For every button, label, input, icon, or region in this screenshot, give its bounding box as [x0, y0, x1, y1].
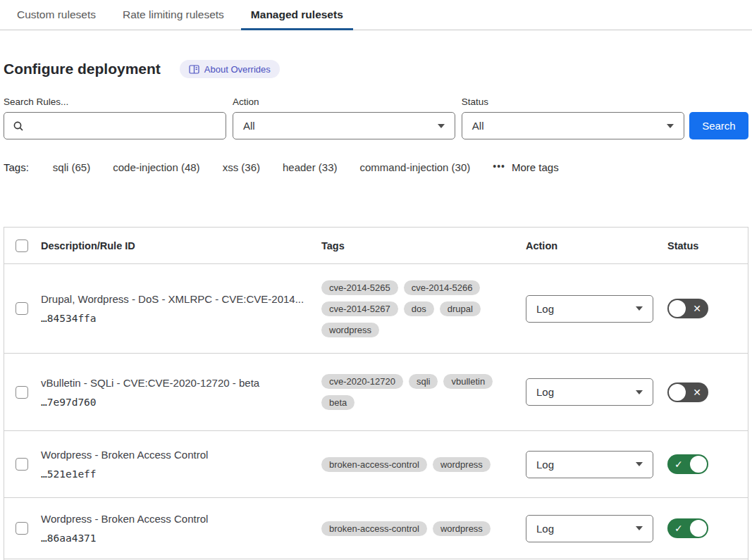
status-toggle[interactable]: ✕ ✓: [667, 518, 708, 538]
page-title: Configure deployment: [4, 61, 161, 77]
action-filter-value: All: [243, 120, 255, 132]
status-toggle[interactable]: ✕ ✓: [667, 454, 708, 474]
chevron-down-icon: [636, 390, 643, 394]
status-filter-select[interactable]: All: [462, 112, 684, 139]
rule-action-value: Log: [536, 303, 554, 315]
toggle-knob: [690, 456, 707, 473]
search-rules-label: Search Rules...: [4, 97, 226, 107]
row-checkbox[interactable]: [16, 458, 28, 471]
rule-action-select[interactable]: Log: [526, 451, 653, 478]
chevron-down-icon: [667, 124, 674, 128]
rule-action-select[interactable]: Log: [526, 378, 653, 406]
tag-pill: cve-2020-12720: [321, 374, 403, 389]
status-toggle[interactable]: ✕ ✓: [667, 382, 708, 402]
action-filter-label: Action: [233, 97, 455, 107]
select-all-checkbox[interactable]: [16, 239, 28, 252]
status-toggle[interactable]: ✕ ✓: [667, 299, 708, 318]
heading-row: Configure deployment About Overrides: [0, 60, 752, 78]
tag-pill: cve-2014-5266: [404, 280, 481, 295]
col-action: Action: [526, 240, 667, 251]
search-icon: [13, 120, 24, 132]
rule-action-value: Log: [536, 386, 554, 398]
tag-pill: cve-2014-5267: [321, 301, 398, 316]
more-tags-label: More tags: [512, 161, 559, 173]
table-row: vBulletin - SQLi - CVE:CVE-2020-12720 - …: [4, 354, 748, 431]
toggle-knob: [690, 520, 707, 537]
table-row: Wordpress - Broken Access Control …86aa4…: [4, 498, 748, 559]
tag-pill: cve-2014-5265: [321, 280, 398, 295]
status-filter-value: All: [472, 120, 484, 132]
table-row: Drupal, Wordpress - DoS - XMLRPC - CVE:C…: [4, 264, 748, 354]
rule-tags: broken-access-controlwordpress: [321, 457, 526, 472]
rule-action-select[interactable]: Log: [526, 295, 653, 323]
tag-pill: vbulletin: [443, 374, 493, 389]
toggle-knob: [669, 384, 686, 401]
rule-action-value: Log: [536, 523, 554, 535]
search-rules-input[interactable]: [30, 120, 217, 132]
rule-id: …7e97d760: [41, 397, 321, 408]
tag-pill: broken-access-control: [321, 457, 427, 472]
status-filter-label: Status: [462, 97, 684, 107]
search-input-box: [4, 112, 226, 139]
table-header-row: Description/Rule ID Tags Action Status: [4, 228, 748, 264]
check-icon: ✓: [674, 459, 683, 469]
toggle-knob: [669, 300, 686, 317]
tag-pill: beta: [321, 395, 355, 410]
rules-table: Description/Rule ID Tags Action Status D…: [4, 227, 748, 560]
tag-filter-link[interactable]: command-injection (30): [360, 161, 471, 173]
ruleset-tabs: Custom rulesets Rate limiting rulesets M…: [0, 0, 752, 30]
tab-rate-limiting-rulesets[interactable]: Rate limiting rulesets: [113, 0, 234, 30]
rule-title: Wordpress - Broken Access Control: [41, 513, 321, 525]
more-tags-button[interactable]: ••• More tags: [493, 161, 558, 173]
rule-title: Wordpress - Broken Access Control: [41, 449, 321, 461]
about-overrides-label: About Overrides: [204, 64, 271, 75]
chevron-down-icon: [438, 124, 445, 128]
col-status: Status: [667, 240, 748, 251]
book-icon: [189, 65, 199, 74]
col-description: Description/Rule ID: [41, 240, 321, 251]
chevron-down-icon: [636, 462, 643, 466]
tags-bar: Tags: sqli (65)code-injection (48)xss (3…: [0, 161, 752, 173]
tag-filter-link[interactable]: xss (36): [223, 161, 260, 173]
tab-managed-rulesets[interactable]: Managed rulesets: [241, 0, 353, 30]
rule-tags: broken-access-controlwordpress: [321, 521, 526, 536]
tag-pill: wordpress: [321, 323, 379, 337]
tag-pill: sqli: [409, 374, 438, 389]
x-icon: ✕: [693, 304, 701, 313]
rule-id: …84534ffa: [41, 313, 321, 324]
tags-bar-label: Tags:: [4, 161, 29, 173]
rule-action-select[interactable]: Log: [526, 515, 653, 542]
rule-action-value: Log: [536, 459, 554, 471]
x-icon: ✕: [693, 387, 701, 397]
rule-title: vBulletin - SQLi - CVE:CVE-2020-12720 - …: [41, 377, 321, 389]
ellipsis-icon: •••: [493, 161, 505, 172]
tab-custom-rulesets[interactable]: Custom rulesets: [7, 0, 106, 30]
tag-pill: dos: [404, 301, 434, 316]
search-button[interactable]: Search: [689, 112, 748, 139]
rule-tags: cve-2014-5265cve-2014-5266cve-2014-5267d…: [321, 280, 526, 337]
tag-filter-link[interactable]: code-injection (48): [113, 161, 199, 173]
tag-pill: wordpress: [433, 457, 491, 472]
tag-pill: drupal: [440, 301, 481, 316]
table-row: Wordpress - Broken Access Control …521e1…: [4, 431, 748, 498]
tag-pill: wordpress: [433, 521, 491, 536]
row-checkbox[interactable]: [16, 302, 28, 315]
check-icon: ✓: [674, 523, 683, 533]
tag-filter-link[interactable]: header (33): [283, 161, 338, 173]
rule-tags: cve-2020-12720sqlivbulletinbeta: [321, 374, 526, 410]
action-filter-select[interactable]: All: [233, 112, 455, 139]
about-overrides-badge[interactable]: About Overrides: [180, 60, 280, 78]
tag-filter-links: sqli (65)code-injection (48)xss (36)head…: [53, 161, 470, 173]
chevron-down-icon: [636, 306, 643, 311]
filter-bar: Search Rules... Action All Status All Se…: [0, 97, 752, 139]
row-checkbox[interactable]: [16, 522, 28, 535]
col-tags: Tags: [321, 240, 526, 251]
tag-pill: broken-access-control: [321, 521, 427, 536]
tag-filter-link[interactable]: sqli (65): [53, 161, 90, 173]
rule-id: …86aa4371: [41, 533, 321, 544]
chevron-down-icon: [636, 526, 643, 530]
rule-id: …521e1eff: [41, 468, 321, 480]
row-checkbox[interactable]: [16, 386, 28, 399]
rule-title: Drupal, Wordpress - DoS - XMLRPC - CVE:C…: [41, 293, 321, 305]
